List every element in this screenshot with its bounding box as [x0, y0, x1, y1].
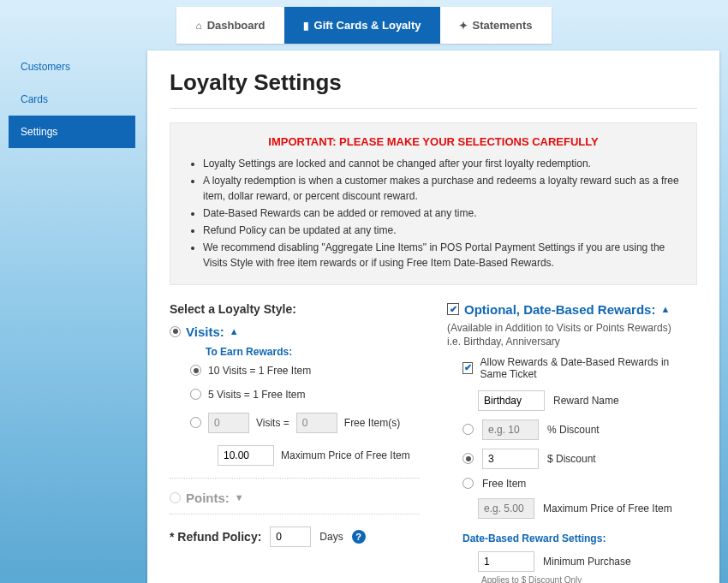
- sidebar-item-customers[interactable]: Customers: [9, 51, 135, 83]
- refund-days-suffix: Days: [319, 531, 343, 543]
- alert-bullet: Refund Policy can be updated at any time…: [203, 223, 681, 238]
- date-based-checkbox[interactable]: [447, 303, 459, 315]
- alert-bullet: Loyalty Settings are locked and cannot b…: [203, 156, 681, 171]
- date-based-avail-note: (Available in Addition to Visits or Poin…: [447, 322, 697, 334]
- refund-policy-label: * Refund Policy:: [170, 530, 261, 544]
- page-title: Loyalty Settings: [170, 69, 697, 109]
- sidebar-item-settings[interactable]: Settings: [9, 116, 135, 148]
- visits-option-10-label: 10 Visits = 1 Free Item: [208, 365, 311, 377]
- allow-same-checkbox[interactable]: [462, 362, 473, 374]
- custom-visits-input[interactable]: [208, 413, 249, 433]
- date-based-settings-heading: Date-Based Reward Settings:: [462, 532, 697, 544]
- alert-heading: IMPORTANT: PLEASE MAKE YOUR SELECTIONS C…: [186, 134, 681, 151]
- max-price-label: Maximum Price of Free Item: [281, 449, 410, 461]
- visits-label: Visits:: [186, 324, 224, 339]
- radio-custom-visits[interactable]: [190, 417, 201, 428]
- allow-same-ticket-row[interactable]: Allow Rewards & Date-Based Rewards in Sa…: [462, 356, 697, 380]
- tab-gift-cards-loyalty[interactable]: ▮ Gift Cards & Loyalty: [284, 7, 440, 44]
- reward-name-label: Reward Name: [553, 395, 619, 407]
- help-icon[interactable]: ?: [352, 530, 366, 544]
- dollar-discount-label: $ Discount: [547, 453, 596, 465]
- chevron-down-icon: ▼: [235, 492, 244, 503]
- visits-style-toggle[interactable]: Visits: ▲: [170, 324, 420, 339]
- points-radio[interactable]: [170, 492, 181, 503]
- sidebar-item-cards[interactable]: Cards: [9, 83, 135, 116]
- visits-option-5[interactable]: 5 Visits = 1 Free Item: [190, 389, 420, 401]
- refund-days-input[interactable]: [270, 526, 311, 547]
- visits-radio[interactable]: [170, 326, 181, 337]
- alert-bullet: Date-Based Rewards can be added or remov…: [203, 205, 681, 221]
- tab-statements-label: Statements: [473, 19, 533, 32]
- dollar-discount-input[interactable]: [482, 449, 539, 469]
- tab-dashboard-label: Dashboard: [207, 19, 266, 32]
- reward-name-input[interactable]: [478, 390, 545, 411]
- date-based-rewards-toggle[interactable]: Optional, Date-Based Rewards: ▲: [447, 302, 697, 317]
- important-alert: IMPORTANT: PLEASE MAKE YOUR SELECTIONS C…: [170, 122, 697, 285]
- visits-option-custom[interactable]: Visits = Free Item(s): [190, 413, 420, 433]
- date-based-head-label: Optional, Date-Based Rewards:: [464, 302, 655, 317]
- date-based-eg-note: i.e. Birthday, Anniversary: [447, 336, 697, 348]
- max-price-row: Maximum Price of Free Item: [218, 445, 420, 466]
- wrench-icon: ✦: [459, 20, 468, 32]
- points-style-toggle[interactable]: Points: ▼: [170, 491, 420, 505]
- free-item-max-label: Maximum Price of Free Item: [543, 503, 672, 515]
- visits-option-5-label: 5 Visits = 1 Free Item: [208, 389, 306, 401]
- min-purchase-note: Applies to $ Discount Only: [481, 575, 582, 584]
- free-item-label: Free Item: [482, 478, 526, 490]
- radio-10visits[interactable]: [190, 365, 201, 376]
- alert-bullet: A loyalty redemption is when a customer …: [203, 173, 681, 204]
- custom-free-input[interactable]: [296, 413, 337, 433]
- alert-bullet: We recommend disabling "Aggregate Line I…: [203, 240, 681, 271]
- to-earn-rewards-label: To Earn Rewards:: [206, 346, 420, 358]
- max-price-input[interactable]: [218, 445, 274, 466]
- select-loyalty-style-label: Select a Loyalty Style:: [170, 302, 420, 316]
- pct-discount-label: % Discount: [547, 424, 600, 436]
- visits-option-10[interactable]: 10 Visits = 1 Free Item: [190, 365, 420, 377]
- points-label: Points:: [186, 491, 230, 505]
- tab-statements[interactable]: ✦ Statements: [440, 7, 552, 44]
- tab-gcloyalty-label: Gift Cards & Loyalty: [314, 19, 421, 32]
- divider: [170, 514, 420, 515]
- chevron-up-icon: ▲: [230, 326, 239, 336]
- min-purchase-label: Minimum Purchase: [543, 556, 631, 568]
- custom-visits-mid: Visits =: [256, 417, 289, 429]
- dollar-discount-radio[interactable]: [462, 453, 474, 464]
- free-item-radio[interactable]: [462, 478, 474, 489]
- pct-discount-radio[interactable]: [462, 424, 474, 435]
- tab-dashboard[interactable]: ⌂ Dashboard: [176, 7, 283, 44]
- min-purchase-input[interactable]: [478, 551, 534, 572]
- divider: [170, 478, 420, 479]
- allow-same-label: Allow Rewards & Date-Based Rewards in Sa…: [480, 356, 697, 380]
- home-icon: ⌂: [195, 20, 201, 32]
- custom-free-suffix: Free Item(s): [344, 417, 400, 429]
- bars-icon: ▮: [303, 20, 309, 32]
- chevron-up-icon: ▲: [660, 304, 670, 314]
- radio-5visits[interactable]: [190, 389, 201, 400]
- pct-discount-input[interactable]: [482, 419, 539, 440]
- free-item-max-input[interactable]: [478, 498, 534, 519]
